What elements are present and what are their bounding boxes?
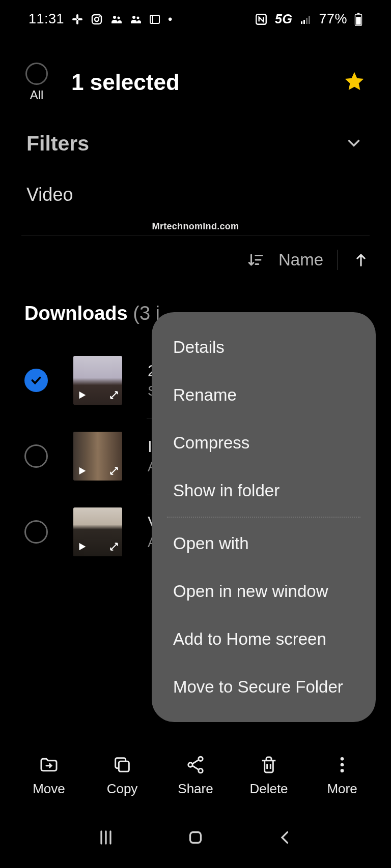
item-checkbox-checked[interactable]	[24, 369, 48, 392]
select-all-label: All	[30, 88, 44, 102]
menu-show-in-folder[interactable]: Show in folder	[152, 467, 376, 515]
expand-icon	[109, 390, 119, 402]
menu-open-with[interactable]: Open with	[152, 520, 376, 567]
svg-point-27	[199, 769, 203, 773]
svg-point-30	[341, 757, 344, 761]
chevron-down-icon	[343, 132, 365, 156]
share-button[interactable]: Share	[159, 747, 232, 804]
svg-point-25	[199, 757, 203, 761]
item-checkbox[interactable]	[24, 444, 48, 468]
svg-rect-20	[356, 17, 360, 24]
filter-category[interactable]: Video	[0, 170, 391, 220]
svg-point-5	[95, 17, 99, 21]
battery-icon	[354, 13, 362, 26]
svg-point-26	[188, 763, 192, 767]
slack-icon	[71, 13, 83, 25]
app-icon	[149, 13, 161, 25]
bottom-toolbar: Move Copy Share Delete More	[0, 741, 391, 810]
menu-add-home[interactable]: Add to Home screen	[152, 615, 376, 663]
item-checkbox[interactable]	[24, 520, 48, 544]
move-button[interactable]: Move	[12, 747, 86, 804]
menu-divider	[167, 517, 360, 518]
nfc-icon	[255, 13, 268, 26]
svg-rect-11	[150, 15, 159, 23]
battery-percent: 77%	[319, 11, 347, 27]
signal-icon	[299, 13, 312, 25]
svg-rect-0	[76, 14, 78, 19]
dot-icon: •	[168, 12, 173, 26]
watermark-text: Mrtechnomind.com	[152, 221, 239, 232]
play-icon	[76, 390, 88, 403]
more-icon	[332, 755, 352, 777]
copy-label: Copy	[107, 781, 138, 797]
sort-label[interactable]: Name	[278, 250, 323, 270]
svg-point-31	[341, 763, 344, 767]
section-title: Downloads	[24, 303, 128, 324]
network-label: 5G	[275, 12, 292, 26]
video-thumbnail	[73, 356, 122, 405]
selection-header: All 1 selected	[0, 38, 391, 117]
video-thumbnail	[73, 507, 122, 556]
svg-rect-19	[357, 13, 360, 14]
menu-open-new-window[interactable]: Open in new window	[152, 567, 376, 615]
svg-point-7	[113, 16, 116, 19]
svg-rect-36	[190, 832, 201, 843]
star-icon[interactable]	[343, 70, 366, 95]
svg-rect-1	[72, 18, 77, 20]
status-time: 11:31	[29, 11, 64, 27]
svg-point-9	[132, 16, 135, 19]
svg-rect-14	[301, 21, 302, 24]
delete-button[interactable]: Delete	[232, 747, 305, 804]
select-all-circle	[25, 63, 48, 85]
share-icon	[185, 755, 206, 777]
system-nav	[0, 823, 391, 854]
menu-details[interactable]: Details	[152, 323, 376, 371]
copy-icon	[112, 755, 132, 777]
svg-rect-15	[303, 20, 305, 24]
delete-icon	[259, 755, 279, 777]
context-menu: Details Rename Compress Show in folder O…	[152, 312, 376, 722]
svg-point-6	[99, 16, 100, 17]
instagram-icon	[91, 13, 103, 25]
svg-point-10	[137, 16, 139, 19]
svg-rect-24	[119, 761, 129, 771]
svg-rect-3	[76, 20, 78, 24]
expand-icon	[109, 542, 119, 554]
share-label: Share	[178, 781, 213, 797]
menu-rename[interactable]: Rename	[152, 371, 376, 419]
sort-icon[interactable]	[247, 251, 264, 268]
move-icon	[39, 755, 59, 777]
expand-icon	[109, 466, 119, 478]
back-button[interactable]	[256, 823, 315, 854]
svg-rect-2	[78, 18, 82, 20]
svg-line-29	[192, 766, 199, 770]
svg-point-32	[341, 769, 344, 772]
home-button[interactable]	[166, 823, 225, 854]
sort-divider	[338, 250, 338, 270]
svg-rect-17	[309, 16, 310, 24]
more-label: More	[327, 781, 357, 797]
sort-row: Name	[0, 235, 391, 284]
menu-compress[interactable]: Compress	[152, 419, 376, 467]
recents-button[interactable]	[76, 823, 135, 854]
copy-button[interactable]: Copy	[86, 747, 159, 804]
play-icon	[76, 541, 88, 554]
svg-line-28	[192, 760, 199, 764]
video-thumbnail	[73, 432, 122, 481]
teams-icon-2	[129, 13, 142, 25]
select-all-toggle[interactable]: All	[25, 63, 48, 102]
menu-move-secure[interactable]: Move to Secure Folder	[152, 663, 376, 711]
teams-icon	[110, 13, 122, 25]
filters-label: Filters	[26, 132, 89, 156]
filters-row[interactable]: Filters	[0, 117, 391, 170]
svg-rect-16	[306, 18, 308, 24]
page-title: 1 selected	[71, 70, 343, 95]
svg-point-8	[118, 16, 120, 19]
play-icon	[76, 465, 88, 478]
move-label: Move	[33, 781, 65, 797]
delete-label: Delete	[249, 781, 288, 797]
arrow-up-icon[interactable]	[352, 251, 370, 268]
status-bar: 11:31 • 5G 77%	[0, 0, 391, 38]
more-button[interactable]: More	[305, 747, 379, 804]
